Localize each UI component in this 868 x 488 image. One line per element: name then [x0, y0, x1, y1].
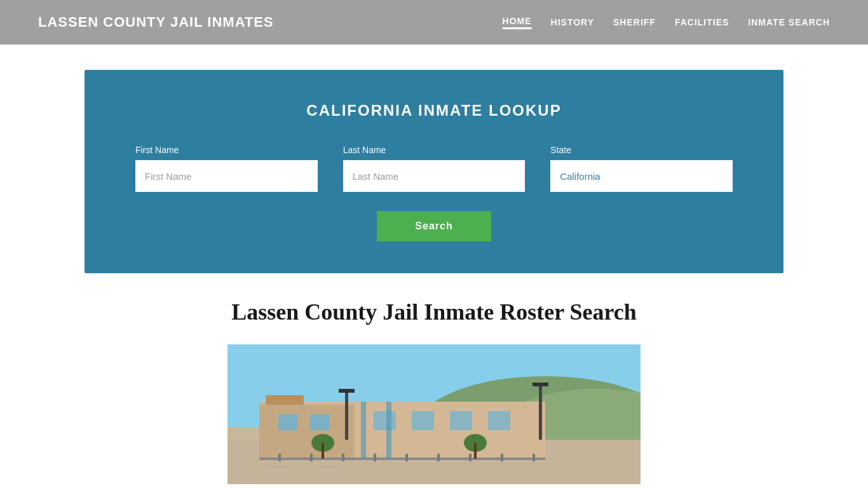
header: LASSEN COUNTY JAIL INMATES HOME HISTORY … [0, 0, 868, 44]
svg-rect-22 [405, 454, 408, 461]
svg-rect-19 [310, 454, 313, 461]
search-btn-row: Search [135, 211, 733, 241]
svg-rect-27 [266, 466, 291, 468]
inmate-lookup-section: CALIFORNIA INMATE LOOKUP First Name Last… [85, 70, 783, 273]
building-image [227, 344, 641, 484]
nav-facilities[interactable]: FACILITIES [675, 17, 729, 27]
svg-rect-13 [345, 389, 348, 440]
svg-rect-26 [532, 454, 535, 461]
svg-rect-12 [266, 395, 304, 405]
first-name-input[interactable] [135, 160, 318, 192]
svg-rect-33 [322, 443, 324, 459]
svg-rect-9 [412, 411, 434, 430]
svg-rect-20 [342, 454, 344, 461]
first-name-group: First Name [135, 145, 318, 192]
svg-rect-34 [474, 443, 477, 459]
svg-rect-23 [437, 454, 440, 461]
nav-history[interactable]: HISTORY [551, 17, 594, 27]
svg-rect-16 [532, 383, 548, 386]
svg-rect-14 [339, 389, 355, 393]
svg-rect-30 [386, 402, 391, 459]
search-form-row: First Name Last Name State [135, 145, 733, 192]
svg-rect-6 [278, 414, 297, 430]
svg-rect-25 [501, 454, 503, 461]
svg-rect-21 [374, 454, 376, 461]
lookup-title: CALIFORNIA INMATE LOOKUP [135, 102, 733, 119]
state-input[interactable] [550, 160, 733, 192]
state-group: State [550, 145, 733, 192]
svg-rect-18 [278, 454, 281, 461]
svg-rect-7 [310, 414, 329, 430]
svg-rect-29 [361, 402, 366, 459]
page-title: Lassen County Jail Inmate Roster Search [114, 299, 754, 325]
site-title: LASSEN COUNTY JAIL INMATES [38, 14, 274, 30]
svg-rect-15 [539, 383, 542, 440]
svg-rect-10 [450, 411, 472, 430]
main-content: Lassen County Jail Inmate Roster Search [0, 299, 868, 484]
svg-rect-28 [316, 466, 342, 468]
main-nav: HOME HISTORY SHERIFF FACILITIES INMATE S… [503, 16, 830, 29]
svg-rect-11 [488, 411, 510, 430]
svg-rect-24 [469, 454, 471, 461]
nav-home[interactable]: HOME [503, 16, 532, 29]
svg-rect-8 [374, 411, 396, 430]
nav-sheriff[interactable]: SHERIFF [613, 17, 656, 27]
first-name-label: First Name [135, 145, 318, 155]
search-button[interactable]: Search [377, 211, 491, 241]
last-name-label: Last Name [343, 145, 526, 155]
svg-rect-5 [259, 405, 355, 459]
last-name-input[interactable] [343, 160, 526, 192]
last-name-group: Last Name [343, 145, 526, 192]
nav-inmate-search[interactable]: INMATE SEARCH [748, 17, 830, 27]
state-label: State [550, 145, 733, 155]
